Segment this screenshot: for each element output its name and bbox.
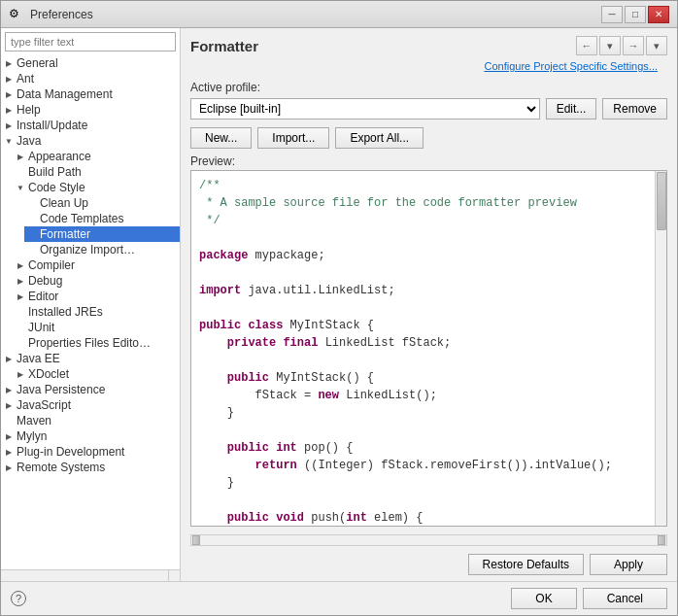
- sidebar-item-label: Compiler: [26, 258, 75, 272]
- sidebar-item-junit[interactable]: ▶ JUnit: [13, 320, 180, 335]
- nav-arrows: ← ▾ → ▾: [576, 36, 667, 55]
- expand-arrow: ▶: [3, 88, 15, 100]
- sidebar-item-label: Install/Update: [15, 119, 87, 132]
- title-bar: ⚙ Preferences ─ □ ✕: [1, 1, 677, 28]
- cancel-button[interactable]: Cancel: [583, 588, 667, 609]
- sidebar-item-label: Plug-in Development: [15, 445, 124, 459]
- expand-arrow: ▶: [3, 430, 15, 442]
- sidebar-item-code-templates[interactable]: ▶ Code Templates: [24, 211, 180, 226]
- restore-apply-row: Restore Defaults Apply: [181, 550, 677, 581]
- preview-horizontal-scrollbar[interactable]: [190, 534, 667, 546]
- preview-vertical-scrollbar[interactable]: [655, 171, 666, 526]
- expand-arrow: ▶: [15, 291, 26, 302]
- expand-arrow: ▶: [15, 306, 26, 318]
- close-button[interactable]: ✕: [648, 6, 669, 23]
- sidebar-item-install-update[interactable]: ▶ Install/Update: [1, 118, 180, 133]
- scrollbar-thumb[interactable]: [657, 172, 666, 230]
- configure-link[interactable]: Configure Project Specific Settings...: [474, 58, 667, 74]
- sidebar-item-clean-up[interactable]: ▶ Clean Up: [24, 195, 180, 211]
- dialog-footer: ? OK Cancel: [1, 581, 677, 615]
- ok-button[interactable]: OK: [511, 588, 576, 609]
- minimize-button[interactable]: ─: [601, 6, 623, 23]
- apply-button[interactable]: Apply: [590, 554, 667, 575]
- sidebar-item-java[interactable]: ▼ Java: [1, 133, 180, 149]
- profile-select[interactable]: Eclipse [built-in]: [190, 98, 540, 120]
- hscroll-left-arrow[interactable]: [192, 535, 200, 545]
- export-all-button[interactable]: Export All...: [335, 127, 424, 149]
- sidebar-item-editor[interactable]: ▶ Editor: [13, 289, 180, 304]
- back-dropdown-button[interactable]: ▾: [599, 36, 621, 55]
- sidebar-item-appearance[interactable]: ▶ Appearance: [13, 149, 180, 164]
- title-bar-left: ⚙ Preferences: [9, 7, 93, 22]
- expand-arrow: ▶: [3, 73, 15, 85]
- hscroll-right-arrow[interactable]: [658, 535, 665, 545]
- help-icon[interactable]: ?: [11, 591, 26, 606]
- expand-arrow: ▶: [3, 462, 15, 473]
- sidebar-item-java-persistence[interactable]: ▶ Java Persistence: [1, 382, 180, 397]
- sidebar-item-help[interactable]: ▶ Help: [1, 102, 180, 118]
- remove-button[interactable]: Remove: [602, 98, 667, 120]
- new-button[interactable]: New...: [190, 127, 252, 149]
- sidebar-item-label: Organize Import…: [38, 243, 135, 257]
- sidebar-item-label: Formatter: [38, 227, 90, 241]
- sidebar-item-label: Appearance: [26, 150, 91, 163]
- forward-button[interactable]: →: [623, 36, 644, 55]
- sidebar-item-label: Maven: [15, 414, 51, 428]
- window-icon: ⚙: [9, 7, 24, 22]
- sidebar-item-installed-jres[interactable]: ▶ Installed JREs: [13, 304, 180, 320]
- sidebar-item-debug[interactable]: ▶ Debug: [13, 273, 180, 289]
- tree-container: ▶ General ▶ Ant ▶ Data Management ▶ Help: [1, 55, 180, 569]
- filter-input[interactable]: [5, 32, 176, 51]
- sidebar-item-properties-files[interactable]: ▶ Properties Files Edito…: [13, 335, 180, 351]
- panel-title: Formatter: [190, 38, 258, 54]
- sidebar-item-label: XDoclet: [26, 367, 69, 381]
- main-content: ▶ General ▶ Ant ▶ Data Management ▶ Help: [1, 28, 677, 581]
- sidebar-item-label: Clean Up: [38, 196, 88, 210]
- expand-arrow: ▶: [26, 244, 38, 256]
- preview-area[interactable]: /** * A sample source file for the code …: [190, 170, 667, 527]
- sidebar-item-xdoclet[interactable]: ▶ XDoclet: [13, 366, 180, 382]
- sidebar-item-data-management[interactable]: ▶ Data Management: [1, 86, 180, 102]
- sidebar-item-label: Editor: [26, 290, 58, 303]
- panel-header: Formatter ← ▾ → ▾: [181, 28, 677, 59]
- sidebar-item-label: Data Management: [15, 87, 113, 101]
- sidebar-item-compiler[interactable]: ▶ Compiler: [13, 257, 180, 273]
- preview-label: Preview:: [181, 153, 677, 170]
- forward-dropdown-button[interactable]: ▾: [646, 36, 667, 55]
- sidebar-item-label: JavaScript: [15, 398, 71, 412]
- sidebar-item-code-style[interactable]: ▼ Code Style: [13, 180, 180, 195]
- restore-defaults-button[interactable]: Restore Defaults: [468, 554, 584, 575]
- sidebar-item-maven[interactable]: ▶ Maven: [1, 413, 180, 428]
- sidebar-item-formatter[interactable]: ▶ Formatter: [24, 226, 180, 242]
- expand-arrow: ▶: [15, 166, 26, 178]
- sidebar-item-plugin-dev[interactable]: ▶ Plug-in Development: [1, 444, 180, 460]
- sidebar-item-javascript[interactable]: ▶ JavaScript: [1, 397, 180, 413]
- import-button[interactable]: Import...: [257, 127, 329, 149]
- expand-arrow: ▶: [3, 104, 15, 116]
- expand-arrow: ▶: [3, 57, 15, 69]
- sidebar-item-organize-imports[interactable]: ▶ Organize Import…: [24, 242, 180, 257]
- maximize-button[interactable]: □: [625, 6, 646, 23]
- sidebar-item-label: Installed JREs: [26, 305, 103, 319]
- sidebar-item-build-path[interactable]: ▶ Build Path: [13, 164, 180, 180]
- sidebar-item-remote-systems[interactable]: ▶ Remote Systems: [1, 460, 180, 475]
- edit-button[interactable]: Edit...: [546, 98, 597, 120]
- expand-arrow: ▶: [15, 322, 26, 333]
- action-row: New... Import... Export All...: [181, 123, 677, 153]
- expand-arrow: ▶: [15, 275, 26, 287]
- title-bar-controls: ─ □ ✕: [601, 6, 669, 23]
- sidebar-bottom: [1, 569, 180, 581]
- sidebar-item-java-ee[interactable]: ▶ Java EE: [1, 351, 180, 366]
- sidebar-item-label: Java Persistence: [15, 383, 105, 396]
- expand-arrow: ▶: [15, 368, 26, 380]
- expand-arrow: ▶: [3, 399, 15, 411]
- sidebar-item-label: Mylyn: [15, 429, 47, 443]
- back-button[interactable]: ←: [576, 36, 597, 55]
- sidebar-hscroll[interactable]: [1, 570, 168, 581]
- sidebar-scroll-corner: [168, 570, 180, 582]
- expand-arrow: ▶: [3, 415, 15, 427]
- sidebar-item-general[interactable]: ▶ General: [1, 55, 180, 71]
- sidebar-item-ant[interactable]: ▶ Ant: [1, 71, 180, 86]
- sidebar-item-mylyn[interactable]: ▶ Mylyn: [1, 428, 180, 444]
- sidebar-item-label: Code Templates: [38, 212, 124, 225]
